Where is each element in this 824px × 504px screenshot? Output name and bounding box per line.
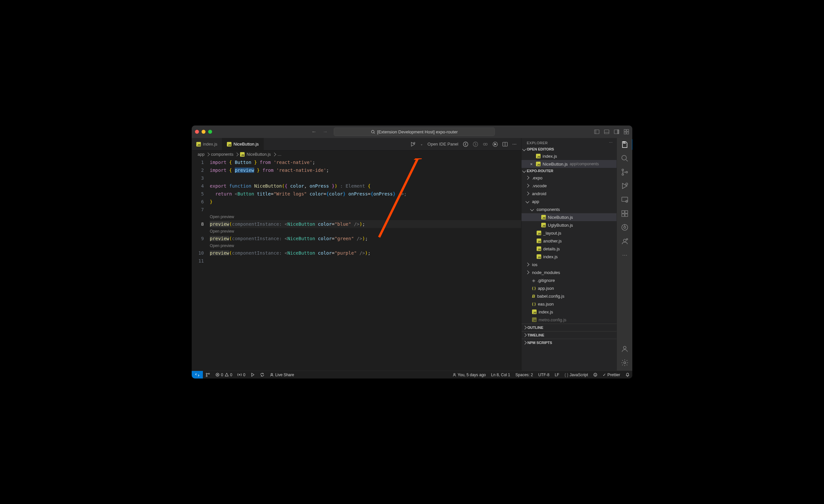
breadcrumb-part[interactable]: components bbox=[211, 152, 233, 157]
eol-status[interactable]: LF bbox=[552, 373, 562, 377]
code-editor[interactable]: 1 2 3 4 5 6 7 8 9 10 11 import { Button bbox=[192, 158, 521, 371]
codelens-open-preview[interactable]: Open preview bbox=[210, 214, 521, 220]
file-tree-item[interactable]: JSNiceButton.js bbox=[521, 213, 617, 221]
minimize-window-button[interactable] bbox=[202, 130, 206, 134]
explorer-title: EXPLORER bbox=[527, 141, 548, 145]
npm-scripts-section[interactable]: NPM SCRIPTS bbox=[521, 339, 617, 346]
folder-tree-item[interactable]: .vscode bbox=[521, 182, 617, 190]
encoding-status[interactable]: UTF-8 bbox=[536, 373, 552, 377]
run-debug-activity-icon[interactable] bbox=[621, 182, 629, 190]
customize-layout-icon[interactable] bbox=[624, 129, 629, 134]
explorer-activity-icon[interactable] bbox=[621, 141, 629, 148]
chevron-down-icon[interactable]: ⌄ bbox=[420, 142, 423, 146]
tab-index-js[interactable]: JS index.js bbox=[192, 138, 222, 150]
feedback-status[interactable] bbox=[591, 373, 600, 377]
tree-item-label: ios bbox=[532, 262, 538, 267]
ports-status[interactable]: 0 bbox=[235, 373, 248, 377]
js-file-icon: JS bbox=[537, 246, 541, 251]
tab-nicebutton-js[interactable]: JS NiceButton.js bbox=[222, 138, 264, 150]
extensions-activity-icon[interactable] bbox=[621, 210, 629, 218]
layout-bottom-icon[interactable] bbox=[604, 129, 609, 134]
nav-back-icon[interactable]: ← bbox=[311, 129, 317, 135]
sync-status[interactable] bbox=[258, 373, 267, 377]
tree-item-label: android bbox=[532, 191, 546, 196]
codelens-open-preview[interactable]: Open preview bbox=[210, 228, 521, 235]
nav-forward-icon[interactable]: → bbox=[323, 129, 328, 135]
folder-tree-item[interactable]: node_modules bbox=[521, 268, 617, 276]
git-branch-status[interactable] bbox=[203, 373, 213, 377]
link-icon[interactable] bbox=[483, 142, 488, 147]
folder-tree-item[interactable]: .expo bbox=[521, 174, 617, 182]
gitlens-activity-icon[interactable] bbox=[621, 223, 629, 231]
go-back-icon[interactable] bbox=[463, 142, 468, 147]
breadcrumb[interactable]: app components JS NiceButton.js … bbox=[192, 150, 521, 158]
command-center[interactable]: [Extension Development Host] expo-router bbox=[334, 127, 495, 136]
close-window-button[interactable] bbox=[195, 130, 199, 134]
more-actions-icon[interactable]: ⋯ bbox=[512, 142, 517, 146]
svg-point-35 bbox=[624, 226, 626, 228]
open-editor-item[interactable]: × JS NiceButton.js app/components bbox=[521, 160, 617, 168]
search-activity-icon[interactable] bbox=[621, 154, 629, 162]
close-icon[interactable]: × bbox=[529, 162, 534, 166]
run-file-icon[interactable] bbox=[493, 142, 498, 147]
go-forward-icon[interactable] bbox=[473, 142, 478, 147]
timeline-section[interactable]: TIMELINE bbox=[521, 331, 617, 339]
breadcrumb-part[interactable]: app bbox=[198, 152, 205, 157]
language-mode-status[interactable]: { } JavaScript bbox=[562, 373, 591, 377]
remote-explorer-activity-icon[interactable] bbox=[621, 196, 629, 204]
open-editor-item[interactable]: JS index.js bbox=[521, 152, 617, 160]
code-content[interactable]: import { Button } from 'react-native'; i… bbox=[210, 158, 521, 371]
breadcrumb-file[interactable]: NiceButton.js bbox=[246, 152, 271, 157]
file-tree-item[interactable]: JSanother.js bbox=[521, 237, 617, 245]
chevron-right-icon bbox=[272, 152, 276, 156]
tab-label: index.js bbox=[203, 142, 217, 146]
file-tree-item[interactable]: JSmetro.config.js bbox=[521, 316, 617, 324]
folder-tree-item[interactable]: ios bbox=[521, 261, 617, 268]
debug-status[interactable] bbox=[248, 373, 258, 377]
js-file-icon: JS bbox=[537, 239, 541, 243]
svg-point-39 bbox=[623, 346, 626, 349]
file-tree-item[interactable]: JS_layout.js bbox=[521, 229, 617, 237]
folder-tree-item[interactable]: app bbox=[521, 198, 617, 205]
file-tree-item[interactable]: JSindex.js bbox=[521, 253, 617, 261]
file-tree-item[interactable]: JSUglyButton.js bbox=[521, 221, 617, 229]
open-editors-section[interactable]: OPEN EDITORS bbox=[521, 146, 617, 152]
maximize-window-button[interactable] bbox=[208, 130, 212, 134]
layout-left-icon[interactable] bbox=[594, 129, 599, 134]
notifications-status[interactable] bbox=[623, 373, 632, 377]
file-tree-item[interactable]: { }eas.json bbox=[521, 300, 617, 308]
git-blame-status[interactable]: You, 5 days ago bbox=[450, 373, 489, 377]
file-tree-item[interactable]: { }app.json bbox=[521, 284, 617, 292]
settings-activity-icon[interactable] bbox=[621, 359, 629, 367]
js-file-icon: JS bbox=[227, 142, 231, 146]
problems-status[interactable]: 0 0 bbox=[213, 373, 235, 377]
folder-tree-item[interactable]: android bbox=[521, 190, 617, 198]
file-tree-item[interactable]: Bbabel.config.js bbox=[521, 292, 617, 300]
indentation-status[interactable]: Spaces: 2 bbox=[513, 373, 536, 377]
cursor-position-status[interactable]: Ln 8, Col 1 bbox=[488, 373, 513, 377]
tree-item-label: metro.config.js bbox=[539, 318, 566, 322]
svg-rect-4 bbox=[604, 130, 609, 134]
chevron-icon bbox=[525, 270, 529, 274]
folder-tree-item[interactable]: components bbox=[521, 205, 617, 213]
explorer-panel: EXPLORER ⋯ OPEN EDITORS JS index.js × JS… bbox=[521, 138, 617, 371]
outline-section[interactable]: OUTLINE bbox=[521, 324, 617, 331]
source-control-activity-icon[interactable] bbox=[621, 168, 629, 176]
line-number-gutter: 1 2 3 4 5 6 7 8 9 10 11 bbox=[192, 158, 210, 371]
file-tree-item[interactable]: JSindex.js bbox=[521, 308, 617, 316]
prettier-status[interactable]: ✓ Prettier bbox=[600, 373, 623, 377]
overflow-activity-icon[interactable]: ⋯ bbox=[621, 251, 629, 259]
live-share-activity-icon[interactable] bbox=[621, 237, 629, 245]
codelens-open-preview[interactable]: Open preview bbox=[210, 242, 521, 249]
run-debug-icon[interactable] bbox=[410, 142, 416, 147]
file-tree-item[interactable]: ◈.gitignore bbox=[521, 276, 617, 284]
layout-right-icon[interactable] bbox=[614, 129, 619, 134]
accounts-activity-icon[interactable] bbox=[621, 345, 629, 353]
project-root-section[interactable]: EXPO-ROUTER bbox=[521, 168, 617, 174]
remote-indicator[interactable] bbox=[192, 371, 203, 378]
open-ide-panel-button[interactable]: Open IDE Panel bbox=[427, 142, 458, 146]
split-editor-icon[interactable] bbox=[502, 142, 508, 147]
more-actions-icon[interactable]: ⋯ bbox=[609, 141, 613, 145]
file-tree-item[interactable]: JSdetails.js bbox=[521, 245, 617, 253]
live-share-status[interactable]: Live Share bbox=[267, 373, 297, 377]
